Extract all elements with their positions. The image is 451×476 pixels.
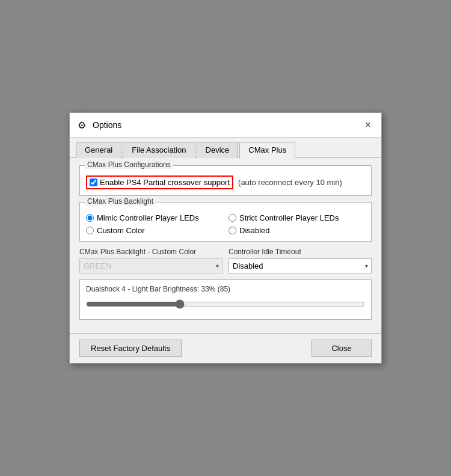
lightbar-slider[interactable] [86, 299, 365, 309]
radio-disabled-input[interactable] [229, 227, 236, 234]
tab-file-association[interactable]: File Association [123, 142, 195, 158]
radio-strict-input[interactable] [229, 214, 236, 222]
custom-color-select[interactable]: GREEN [79, 258, 222, 273]
backlight-options: Mimic Controller Player LEDs Strict Cont… [86, 213, 365, 235]
custom-color-select-wrapper: GREEN ▾ [79, 258, 222, 273]
auto-reconnect-text: (auto reconnect every 10 min) [238, 178, 342, 187]
crossover-highlight: Enable PS4 Partial crossover support [86, 175, 233, 189]
close-titlebar-button[interactable]: × [361, 118, 375, 132]
crossover-checkbox[interactable] [90, 178, 97, 186]
lightbar-section: Dualshock 4 - Light Bar Brightness: 33% … [79, 279, 372, 320]
tab-general[interactable]: General [76, 142, 121, 158]
radio-mimic-input[interactable] [86, 214, 94, 222]
app-icon: ⚙ [76, 119, 88, 131]
tab-cmax-plus[interactable]: CMax Plus [239, 142, 295, 158]
title-bar: ⚙ Options × [70, 113, 381, 138]
configurations-section: CMax Plus Configurations Enable PS4 Part… [79, 165, 372, 196]
close-button[interactable]: Close [311, 340, 372, 357]
idle-timeout-group: Controller Idle Timeout Disabled 5 min 1… [229, 248, 372, 273]
radio-strict-label[interactable]: Strict Controller Player LEDs [239, 213, 339, 222]
idle-timeout-select-wrapper: Disabled 5 min 10 min 15 min 30 min ▾ [229, 258, 372, 273]
custom-color-label: CMax Plus Backlight - Custom Color [79, 248, 222, 256]
radio-custom: Custom Color [86, 226, 222, 235]
radio-disabled: Disabled [229, 226, 365, 235]
configurations-label: CMax Plus Configurations [85, 160, 173, 169]
tab-bar: General File Association Device CMax Plu… [70, 138, 381, 158]
reset-factory-defaults-button[interactable]: Reset Factory Defaults [79, 340, 182, 357]
dialog-footer: Reset Factory Defaults Close [70, 333, 381, 363]
radio-custom-input[interactable] [86, 227, 94, 234]
radio-mimic: Mimic Controller Player LEDs [86, 213, 222, 222]
radio-custom-label[interactable]: Custom Color [97, 226, 144, 235]
backlight-label: CMax Plus Backlight [85, 197, 156, 206]
options-dialog: ⚙ Options × General File Association Dev… [69, 112, 382, 364]
tab-content: CMax Plus Configurations Enable PS4 Part… [70, 158, 381, 333]
crossover-label[interactable]: Enable PS4 Partial crossover support [100, 178, 230, 187]
crossover-row: Enable PS4 Partial crossover support (au… [86, 175, 365, 189]
radio-disabled-label[interactable]: Disabled [239, 226, 270, 235]
custom-color-group: CMax Plus Backlight - Custom Color GREEN… [79, 248, 222, 273]
color-timeout-row: CMax Plus Backlight - Custom Color GREEN… [79, 248, 372, 273]
idle-timeout-select[interactable]: Disabled 5 min 10 min 15 min 30 min [229, 258, 372, 273]
lightbar-label: Dualshock 4 - Light Bar Brightness: 33% … [86, 285, 365, 293]
tab-device[interactable]: Device [197, 142, 239, 158]
dialog-title: Options [93, 120, 356, 130]
radio-strict: Strict Controller Player LEDs [229, 213, 365, 222]
radio-mimic-label[interactable]: Mimic Controller Player LEDs [97, 213, 199, 222]
idle-timeout-label: Controller Idle Timeout [229, 248, 372, 256]
backlight-section: CMax Plus Backlight Mimic Controller Pla… [79, 202, 372, 242]
